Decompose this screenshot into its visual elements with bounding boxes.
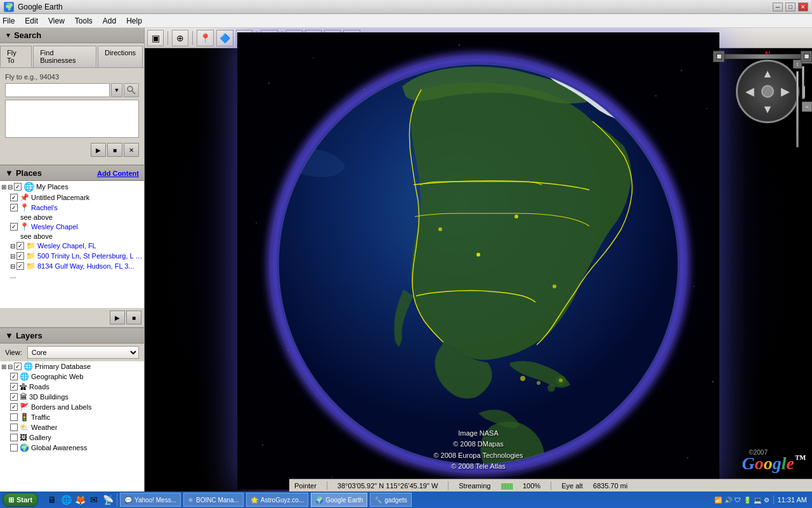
untitled-placemark-checkbox[interactable] xyxy=(10,194,18,201)
500-trinity-label[interactable]: 500 Trinity Ln, St Petersburg, L 33716 xyxy=(37,252,143,260)
yahoo-icon: 💬 xyxy=(124,497,132,504)
layer-gallery[interactable]: 🖼 Gallery xyxy=(0,432,144,443)
look-joystick[interactable]: 🔲 xyxy=(713,51,724,62)
tree-item-my-places[interactable]: ⊞ ⊟ 🌐 My Places xyxy=(0,181,144,192)
layer-roads[interactable]: 🛣 Roads xyxy=(0,382,144,392)
sidebar-toggle-button[interactable]: ▣ xyxy=(147,30,164,46)
rachels-label[interactable]: Rachel's xyxy=(31,204,58,211)
menu-tools[interactable]: Tools xyxy=(75,17,93,25)
quicklaunch-ie[interactable]: 🌐 xyxy=(60,493,72,506)
move-joystick[interactable]: 🔲 xyxy=(801,51,812,62)
quicklaunch-email[interactable]: ✉ xyxy=(88,493,100,506)
tree-item-8134-gulf[interactable]: ⊟ 📁 8134 Gulf Way, Hudson, FL 3... xyxy=(0,261,144,271)
places-play-button[interactable]: ▶ xyxy=(110,311,125,324)
wesley-chapel-fl-checkbox[interactable] xyxy=(16,242,24,250)
my-places-checkbox[interactable] xyxy=(14,183,22,190)
tray-battery-icon[interactable]: 🔋 xyxy=(743,497,751,504)
layer-traffic[interactable]: 🚦 Traffic xyxy=(0,412,144,422)
zoom-out-button[interactable]: - xyxy=(802,102,812,112)
polygon-button[interactable]: 🔷 xyxy=(216,30,233,46)
fly-to-dropdown[interactable]: ▼ xyxy=(111,83,122,97)
wesley-chapel-checkbox[interactable] xyxy=(10,223,18,231)
500-trinity-checkbox[interactable] xyxy=(16,252,24,260)
taskbar-boinc[interactable]: ⚛ BOINC Mana... xyxy=(183,493,244,507)
layer-weather[interactable]: ⛅ Weather xyxy=(0,422,144,432)
fly-to-tab[interactable]: Fly To xyxy=(0,46,32,67)
tilt-down-button[interactable]: ▼ xyxy=(758,100,777,119)
layers-header[interactable]: ▼ Layers xyxy=(0,328,144,344)
search-header[interactable]: ▼ Search xyxy=(0,28,144,43)
directions-tab[interactable]: Directions xyxy=(98,46,143,67)
tray-antivirus-icon[interactable]: 🛡 xyxy=(735,497,741,504)
play-button[interactable]: ▶ xyxy=(91,143,106,157)
rachels-checkbox[interactable] xyxy=(10,204,18,211)
system-clock: 11:31 AM xyxy=(778,496,807,504)
tray-misc-icon[interactable]: ⚙ xyxy=(764,497,769,504)
stop-button[interactable]: ■ xyxy=(107,143,122,157)
svg-point-27 xyxy=(476,253,480,257)
globe-view[interactable]: ▣ ⊕ 📍 🔷 〰 📏 ✉ 🖨 🗺 🎬 xyxy=(145,28,812,491)
menu-help[interactable]: Help xyxy=(126,17,142,25)
places-header[interactable]: ▼ Places Add Content xyxy=(0,166,144,181)
roads-checkbox[interactable] xyxy=(10,383,18,391)
start-button[interactable]: ⊞ Start xyxy=(3,493,38,507)
fly-to-input[interactable] xyxy=(5,83,110,97)
traffic-checkbox[interactable] xyxy=(10,413,18,421)
maximize-button[interactable]: □ xyxy=(785,3,796,11)
layer-global-awareness[interactable]: 🌍 Global Awareness xyxy=(0,443,144,453)
taskbar-google-earth[interactable]: 🌍 Google Earth xyxy=(311,493,367,507)
tilt-slider[interactable] xyxy=(796,71,799,147)
geo-web-checkbox[interactable] xyxy=(10,373,18,380)
compass-center-button[interactable] xyxy=(761,85,774,98)
tilt-up-button[interactable]: ▲ xyxy=(758,64,777,83)
rotate-right-button[interactable]: ▶ xyxy=(776,82,795,101)
quicklaunch-firefox[interactable]: 🦊 xyxy=(74,493,86,506)
buildings-checkbox[interactable] xyxy=(10,393,18,401)
taskbar-astroguyz[interactable]: 🌟 AstroGuyz.co... xyxy=(246,493,308,507)
quicklaunch-desktop[interactable]: 🖥 xyxy=(46,493,58,506)
add-content-button[interactable]: Add Content xyxy=(97,170,139,177)
tree-item-500-trinity[interactable]: ⊟ 📁 500 Trinity Ln, St Petersburg, L 337… xyxy=(0,251,144,261)
close-search-button[interactable]: ✕ xyxy=(124,143,139,157)
globe-container[interactable] xyxy=(145,47,812,475)
menu-add[interactable]: Add xyxy=(103,17,116,25)
menu-view[interactable]: View xyxy=(48,17,65,25)
layer-3d-buildings[interactable]: 🏛 3D Buildings xyxy=(0,392,144,402)
menu-file[interactable]: File xyxy=(3,17,15,25)
fly-to-go-button[interactable] xyxy=(124,83,139,97)
tray-network-icon[interactable]: 📶 xyxy=(714,497,722,504)
close-button[interactable]: ✕ xyxy=(798,3,808,11)
tree-item-rachels[interactable]: 📍 Rachel's xyxy=(0,203,144,213)
global-checkbox[interactable] xyxy=(10,444,18,451)
pointer-tool-button[interactable]: ⊕ xyxy=(172,30,188,46)
layer-geographic-web[interactable]: 🌐 Geographic Web xyxy=(0,371,144,382)
8134-gulf-checkbox[interactable] xyxy=(16,262,24,270)
minimize-button[interactable]: ─ xyxy=(773,3,783,11)
rotate-left-button[interactable]: ◀ xyxy=(740,82,759,101)
wesley-chapel-label[interactable]: Wesley Chapel xyxy=(31,223,78,231)
8134-gulf-label[interactable]: 8134 Gulf Way, Hudson, FL 3... xyxy=(37,262,134,270)
gallery-checkbox[interactable] xyxy=(10,434,18,441)
tray-cpu-icon[interactable]: 💻 xyxy=(754,497,761,504)
borders-checkbox[interactable] xyxy=(10,403,18,411)
tree-item-wesley-chapel-fl[interactable]: ⊟ 📁 Wesley Chapel, FL xyxy=(0,241,144,251)
quicklaunch-network[interactable]: 📡 xyxy=(102,493,114,506)
taskbar-yahoo[interactable]: 💬 Yahoo! Mess... xyxy=(120,493,181,507)
taskbar-gadgets[interactable]: 🔧 gadgets xyxy=(370,493,412,507)
compass-ring[interactable]: N ▲ ▼ ◀ ▶ xyxy=(736,60,799,123)
zoom-slider[interactable] xyxy=(802,66,804,99)
layers-view-select[interactable]: Core All Custom xyxy=(27,346,139,359)
tray-volume-icon[interactable]: 🔊 xyxy=(724,497,732,504)
layer-borders-labels[interactable]: 🚩 Borders and Labels xyxy=(0,402,144,412)
menu-edit[interactable]: Edit xyxy=(25,17,38,25)
nav-slider-bar[interactable] xyxy=(724,54,801,59)
find-businesses-tab[interactable]: Find Businesses xyxy=(33,46,96,67)
wesley-chapel-fl-label[interactable]: Wesley Chapel, FL xyxy=(37,242,96,250)
weather-checkbox[interactable] xyxy=(10,424,18,431)
places-stop-button[interactable]: ■ xyxy=(126,311,141,324)
layer-primary-database[interactable]: ⊞ ⊟ 🌐 Primary Database xyxy=(0,361,144,371)
placemark-button[interactable]: 📍 xyxy=(197,30,214,46)
primary-db-checkbox[interactable] xyxy=(14,363,22,370)
tree-item-untitled-placemark[interactable]: 📌 Untitled Placemark xyxy=(0,192,144,203)
tree-item-wesley-chapel[interactable]: 📍 Wesley Chapel xyxy=(0,222,144,232)
